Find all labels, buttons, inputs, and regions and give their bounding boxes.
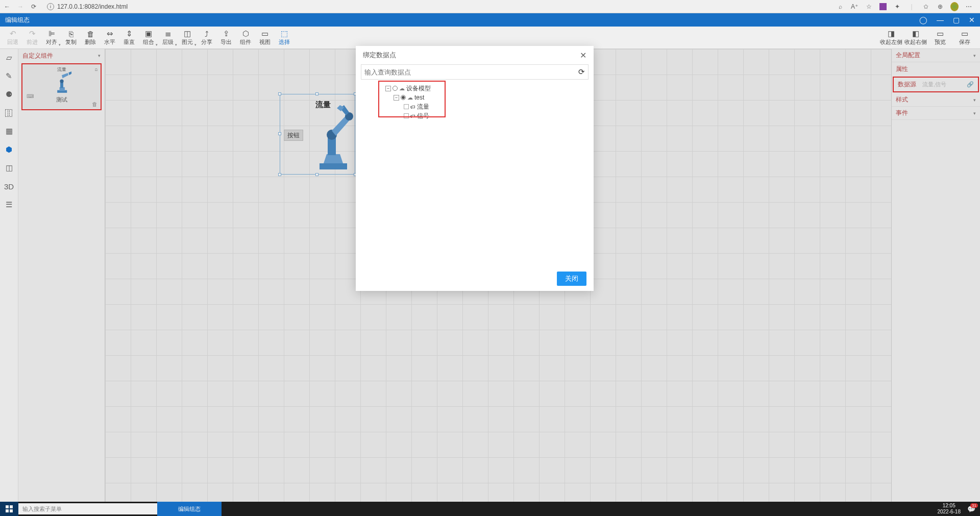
tree-root-label: 设备模型	[406, 84, 431, 93]
dialog-title: 绑定数据点	[363, 51, 396, 60]
cloud-icon: ☁	[399, 85, 405, 92]
tree-leaf-signal[interactable]: 🏷 信号	[404, 111, 586, 120]
tag-icon: 🏷	[410, 113, 415, 119]
checkbox-icon[interactable]	[404, 113, 409, 118]
tree-root[interactable]: − ☁ 设备模型	[385, 84, 586, 93]
dialog-footer: 关闭	[356, 266, 594, 291]
cloud-icon: ☁	[407, 94, 413, 101]
tree-leaf-flow[interactable]: 🏷 流量	[404, 102, 586, 111]
refresh-icon[interactable]: ⟳	[578, 67, 585, 77]
dialog-search: ⟳	[361, 64, 589, 80]
dialog-header: 绑定数据点 ✕	[356, 46, 594, 64]
tag-icon: 🏷	[410, 104, 415, 110]
collapse-icon[interactable]: −	[394, 95, 399, 101]
bind-datapoint-dialog: 绑定数据点 ✕ ⟳ − ☁ 设备模型 − ☁ test 🏷	[356, 46, 594, 291]
tree-node-test[interactable]: − ☁ test	[394, 93, 586, 102]
tree-leaf-label: 信号	[417, 112, 429, 120]
close-icon[interactable]: ✕	[580, 51, 586, 60]
search-input[interactable]	[364, 68, 578, 76]
tree-area: − ☁ 设备模型 − ☁ test 🏷 流量 🏷 信号	[356, 80, 594, 266]
radio-icon[interactable]	[393, 86, 398, 91]
modal-overlay: 绑定数据点 ✕ ⟳ − ☁ 设备模型 − ☁ test 🏷	[0, 0, 980, 516]
tree-node-label: test	[414, 94, 424, 101]
tree-leaf-label: 流量	[417, 103, 429, 111]
checkbox-icon[interactable]	[404, 104, 409, 109]
close-button[interactable]: 关闭	[557, 272, 586, 286]
radio-icon[interactable]	[401, 95, 406, 100]
collapse-icon[interactable]: −	[385, 86, 391, 91]
